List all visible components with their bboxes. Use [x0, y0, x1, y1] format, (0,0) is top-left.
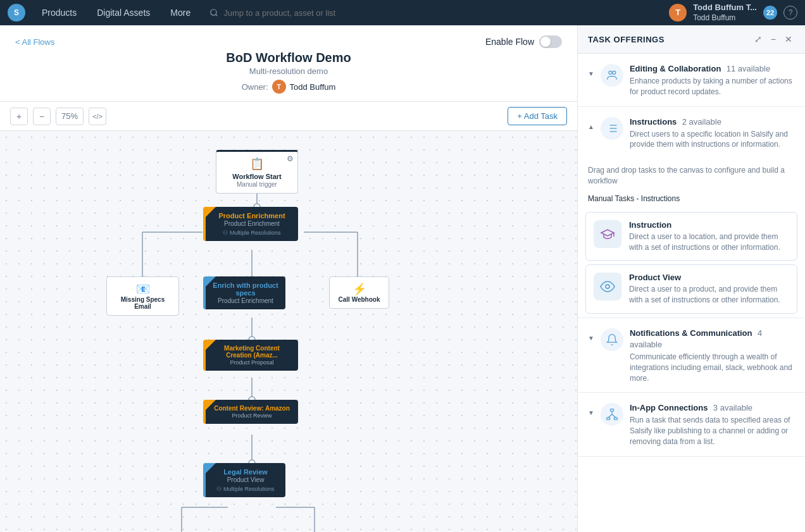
enrich-specs-subtitle: Product Enrichment	[211, 297, 280, 304]
svg-rect-37	[614, 418, 617, 419]
panel-minimize-button[interactable]: −	[768, 33, 778, 46]
instructions-category-info: Instructions 2 available Direct users to…	[630, 116, 795, 151]
legal-review-title: Legal Review	[211, 468, 280, 476]
editing-category-info: Editing & Collaboration 11 available Enh…	[630, 63, 795, 97]
owner-label: Owner:	[242, 82, 268, 92]
in-app-category-icon	[601, 403, 623, 426]
back-to-flows[interactable]: < All Flows	[15, 37, 55, 47]
network-icon	[606, 408, 618, 421]
category-editing: ▼ Editing & Collaboration 11 available	[578, 54, 805, 107]
code-view-button[interactable]: </>	[89, 108, 106, 125]
search-input[interactable]	[223, 8, 350, 18]
enrich-specs-title: Enrich with product specs	[211, 281, 280, 297]
product-enrichment-subtitle: Product Enrichment	[211, 220, 293, 227]
toggle-knob	[540, 37, 551, 47]
svg-rect-36	[607, 418, 610, 419]
top-navigation: S Products Digital Assets More T Todd Bu…	[0, 0, 805, 25]
graduation-icon	[600, 226, 615, 242]
category-notifications: ▼ Notifications & Communication 4 availa…	[578, 318, 805, 393]
zoom-in-button[interactable]: +	[10, 108, 28, 125]
nav-right-actions: T Todd Buffum T... Todd Buffum 22 ?	[669, 3, 797, 23]
search-bar[interactable]	[209, 8, 350, 18]
category-instructions-header[interactable]: ▲ Instructions	[578, 107, 805, 159]
notifications-category-icon	[601, 328, 623, 351]
people-icon	[606, 69, 618, 82]
category-editing-header[interactable]: ▼ Editing & Collaboration 11 available	[578, 54, 805, 106]
enrich-specs-node[interactable]: Enrich with product specs Product Enrich…	[203, 276, 285, 309]
content-review-title: Content Review: Amazon	[211, 405, 293, 412]
instruction-task-card[interactable]: Instruction Direct a user to a location,…	[585, 212, 797, 261]
avatar: T	[669, 4, 687, 22]
editing-category-name: Editing & Collaboration 11 available	[630, 63, 795, 74]
canvas-area: < All Flows Enable Flow BoD Workflow Dem…	[0, 25, 577, 532]
call-webhook-title: Call Webhook	[335, 296, 384, 303]
svg-line-1	[216, 15, 218, 16]
svg-line-39	[608, 414, 612, 418]
canvas-toolbar: + − 75% </> + Add Task	[0, 102, 577, 131]
task-panel-title: TASK OFFERINGS	[588, 35, 665, 44]
notifications-category-info: Notifications & Communication 4 availabl…	[630, 327, 795, 383]
flow-inner: ⚙ 📋 Workflow Start Manual trigger Produc…	[0, 131, 570, 532]
product-view-task-card[interactable]: Product View Direct a user to a product,…	[585, 264, 797, 314]
eye-icon	[600, 279, 615, 294]
enable-flow-control: Enable Flow	[485, 35, 562, 48]
svg-point-0	[211, 9, 216, 15]
editing-category-desc: Enhance products by taking a number of a…	[630, 76, 795, 97]
workflow-title: BoD Workflow Demo	[15, 51, 562, 65]
user-info: Todd Buffum T... Todd Buffum	[693, 3, 757, 23]
nav-more[interactable]: More	[166, 5, 194, 20]
zoom-level: 75%	[56, 108, 84, 125]
manual-tasks-label: Manual Tasks - Instructions	[578, 194, 805, 208]
flow-canvas[interactable]: ⚙ 📋 Workflow Start Manual trigger Produc…	[0, 131, 577, 532]
category-in-app-header[interactable]: ▼ In-App Connections	[578, 393, 805, 455]
svg-point-26	[609, 71, 612, 74]
app-logo: S	[8, 4, 25, 22]
workflow-subtitle: Multi-resolution demo	[15, 66, 562, 76]
notification-badge[interactable]: 22	[763, 6, 777, 20]
owner-avatar: T	[272, 80, 286, 94]
instruction-card-icon	[594, 220, 621, 248]
zoom-out-button[interactable]: −	[33, 108, 51, 125]
category-in-app: ▼ In-App Connections	[578, 393, 805, 456]
content-review-subtitle: Product Review	[211, 412, 293, 419]
content-review-node[interactable]: Content Review: Amazon Product Review	[203, 400, 298, 424]
workflow-start-title: Workflow Start	[222, 173, 292, 180]
nav-digital-assets[interactable]: Digital Assets	[93, 5, 154, 20]
panel-actions: ⤢ − ✕	[752, 33, 795, 46]
add-task-button[interactable]: + Add Task	[508, 107, 567, 125]
category-notifications-header[interactable]: ▼ Notifications & Communication 4 availa…	[578, 318, 805, 392]
owner-name: Todd Buffum	[290, 82, 336, 92]
legal-review-resolvers: ⚇ Multiple Resolutions	[211, 486, 280, 492]
list-icon	[606, 122, 618, 135]
call-webhook-node[interactable]: ⚡ Call Webhook	[329, 276, 389, 309]
workflow-start-subtitle: Manual trigger	[222, 181, 292, 188]
missing-specs-node[interactable]: 📧 Missing Specs Email	[106, 276, 179, 316]
workflow-start-node[interactable]: ⚙ 📋 Workflow Start Manual trigger	[216, 150, 298, 194]
in-app-category-name-row: In-App Connections 3 available	[630, 402, 795, 413]
task-offerings-panel: TASK OFFERINGS ⤢ − ✕ ▼	[577, 25, 805, 532]
svg-line-40	[612, 414, 616, 418]
canvas-header: < All Flows Enable Flow BoD Workflow Dem…	[0, 25, 577, 102]
product-enrichment-resolvers: ⚇ Multiple Resolutions	[211, 230, 293, 236]
nav-products[interactable]: Products	[38, 5, 80, 20]
search-icon	[209, 8, 218, 17]
panel-close-button[interactable]: ✕	[782, 33, 795, 46]
help-button[interactable]: ?	[783, 6, 797, 20]
instructions-category-desc: Direct users to a specific location in S…	[630, 129, 795, 151]
instructions-category-name-row: Instructions 2 available	[630, 116, 795, 127]
notifications-category-desc: Communicate efficiently through a wealth…	[630, 352, 795, 383]
in-app-category-desc: Run a task that sends data to specified …	[630, 415, 795, 447]
enable-flow-toggle[interactable]	[539, 35, 562, 48]
marketing-node[interactable]: Marketing Content Creation (Amaz... Prod…	[203, 340, 298, 371]
product-enrichment-title: Product Enrichment	[211, 212, 293, 220]
product-enrichment-node[interactable]: Product Enrichment Product Enrichment ⚇ …	[203, 207, 298, 241]
instructions-category-icon	[601, 117, 623, 140]
drag-hint: Drag and drop tasks to the canvas to con…	[578, 159, 805, 190]
in-app-category-info: In-App Connections 3 available Run a tas…	[630, 402, 795, 447]
bell-icon	[606, 333, 618, 346]
legal-review-node[interactable]: Legal Review Product View ⚇ Multiple Res…	[203, 463, 285, 497]
notifications-category-name-row: Notifications & Communication 4 availabl…	[630, 327, 795, 350]
svg-point-34	[606, 285, 609, 288]
panel-expand-button[interactable]: ⤢	[752, 33, 764, 46]
instruction-card-name: Instruction	[629, 220, 789, 230]
